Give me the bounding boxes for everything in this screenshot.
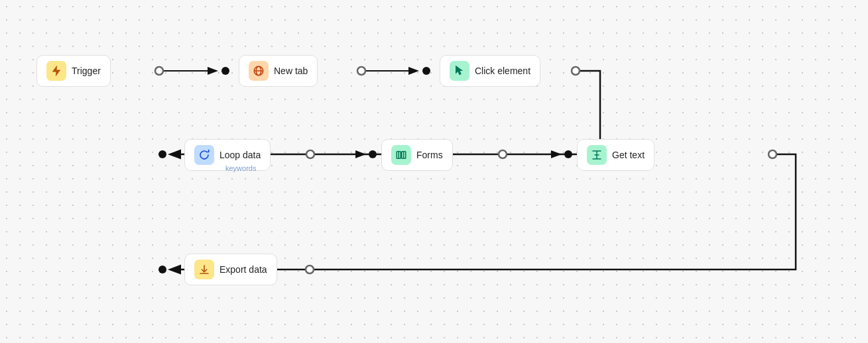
gettext-node[interactable]: Get text: [577, 139, 654, 171]
exportdata-node[interactable]: Export data: [184, 254, 277, 285]
svg-point-8: [158, 150, 166, 158]
loopdata-sublabel: keywords: [225, 164, 256, 172]
svg-point-17: [158, 266, 166, 273]
svg-point-0: [155, 67, 163, 75]
exportdata-icon: [194, 260, 214, 279]
svg-point-14: [564, 150, 572, 158]
svg-point-9: [306, 150, 314, 158]
svg-point-2: [221, 67, 229, 75]
newtab-node[interactable]: New tab: [239, 55, 318, 87]
forms-icon: [391, 145, 411, 165]
newtab-label: New tab: [274, 66, 308, 76]
trigger-node[interactable]: Trigger: [36, 55, 111, 87]
loopdata-label: Loop data: [219, 150, 261, 160]
click-icon: [450, 61, 469, 81]
gettext-icon: [587, 145, 607, 165]
workflow-canvas: Trigger New tab Click element Lo: [0, 0, 868, 343]
connectors-svg: [0, 0, 868, 343]
svg-point-12: [499, 150, 507, 158]
click-node[interactable]: Click element: [440, 55, 540, 87]
svg-point-3: [357, 67, 365, 75]
newtab-icon: [249, 61, 269, 81]
svg-point-5: [422, 67, 430, 75]
gettext-label: Get text: [612, 150, 645, 160]
exportdata-label: Export data: [219, 264, 267, 275]
forms-label: Forms: [416, 150, 443, 160]
loopdata-icon: [194, 145, 214, 165]
forms-node[interactable]: Forms: [381, 139, 453, 171]
svg-point-6: [572, 67, 580, 75]
trigger-icon: [46, 61, 66, 81]
trigger-label: Trigger: [72, 66, 101, 76]
click-label: Click element: [475, 66, 530, 76]
svg-point-18: [306, 266, 314, 273]
svg-point-15: [769, 150, 776, 158]
svg-point-11: [369, 150, 377, 158]
